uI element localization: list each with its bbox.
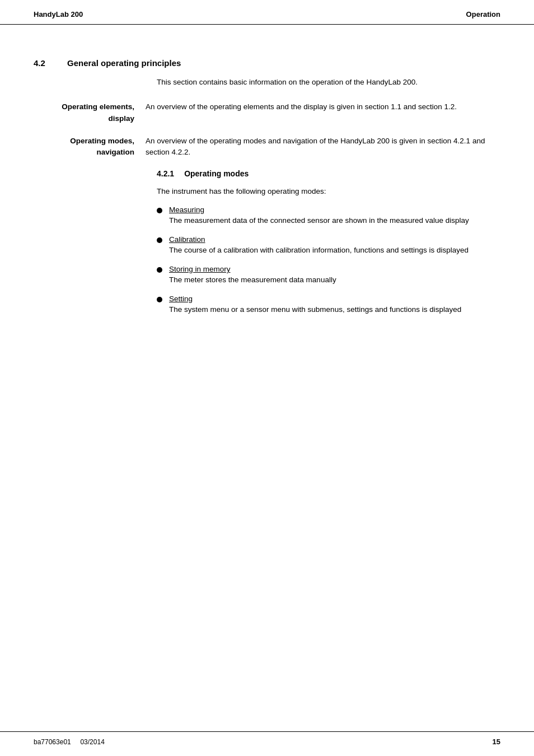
setting-link[interactable]: Setting (169, 295, 500, 303)
operating-modes-label: Operating modes, navigation (34, 136, 146, 158)
sidebar-row-operating-modes: Operating modes, navigation An overview … (34, 136, 500, 158)
calibration-desc: The course of a calibration with calibra… (169, 246, 469, 254)
operating-elements-label-line1: Operating elements, (62, 102, 134, 111)
calibration-link[interactable]: Calibration (169, 235, 500, 244)
footer-doc-code: ba77063e01 (34, 738, 71, 746)
footer-doc-info: ba77063e01 03/2014 (34, 738, 105, 746)
operating-modes-list: Measuring The measurement data of the co… (157, 206, 500, 316)
page-number: 15 (493, 738, 500, 746)
storing-link[interactable]: Storing in memory (169, 265, 500, 273)
section-4-2-1-number: 4.2.1 (157, 169, 174, 178)
sidebar-row-operating-elements: Operating elements, display An overview … (34, 101, 500, 124)
bullet-content-setting: Setting The system menu or a sensor menu… (169, 295, 500, 315)
bullet-dot-measuring (157, 208, 162, 213)
section-4-2-number: 4.2 (34, 58, 54, 68)
measuring-link[interactable]: Measuring (169, 206, 500, 214)
bullet-dot-setting (157, 297, 162, 302)
header-title-left: HandyLab 200 (34, 10, 83, 18)
section-4-2-1-heading: 4.2.1 Operating modes (157, 169, 500, 178)
bullet-content-measuring: Measuring The measurement data of the co… (169, 206, 500, 226)
footer-doc-date: 03/2014 (80, 738, 104, 746)
section-4-2-title: General operating principles (67, 58, 181, 68)
list-item-measuring: Measuring The measurement data of the co… (157, 206, 500, 226)
section-4-2-heading: 4.2 General operating principles (34, 58, 500, 68)
list-item-storing: Storing in memory The meter stores the m… (157, 265, 500, 286)
page-footer: ba77063e01 03/2014 15 (0, 731, 534, 756)
operating-elements-label: Operating elements, display (34, 101, 146, 124)
section-4-2-1-intro: The instrument has the following operati… (157, 186, 500, 197)
operating-elements-label-line2: display (108, 114, 134, 123)
section-4-2-1-title: Operating modes (184, 169, 249, 178)
list-item-calibration: Calibration The course of a calibration … (157, 235, 500, 256)
bullet-dot-calibration (157, 237, 162, 243)
storing-desc: The meter stores the measurement data ma… (169, 276, 336, 284)
bullet-content-calibration: Calibration The course of a calibration … (169, 235, 500, 256)
bullet-content-storing: Storing in memory The meter stores the m… (169, 265, 500, 286)
section-4-2-intro: This section contains basic information … (157, 77, 500, 88)
page-container: HandyLab 200 Operation 4.2 General opera… (0, 0, 534, 756)
operating-modes-label-line1: Operating modes, (70, 137, 134, 145)
operating-modes-nav-content: An overview of the operating modes and n… (146, 136, 500, 158)
setting-desc: The system menu or a sensor menu with su… (169, 305, 461, 314)
list-item-setting: Setting The system menu or a sensor menu… (157, 295, 500, 315)
measuring-desc: The measurement data of the connected se… (169, 216, 469, 225)
content-area: 4.2 General operating principles This se… (0, 25, 534, 358)
operating-elements-content: An overview of the operating elements an… (146, 101, 500, 124)
header-title-right: Operation (466, 10, 500, 18)
operating-modes-label-line2: navigation (96, 148, 134, 156)
page-header: HandyLab 200 Operation (0, 0, 534, 25)
bullet-dot-storing (157, 267, 162, 273)
